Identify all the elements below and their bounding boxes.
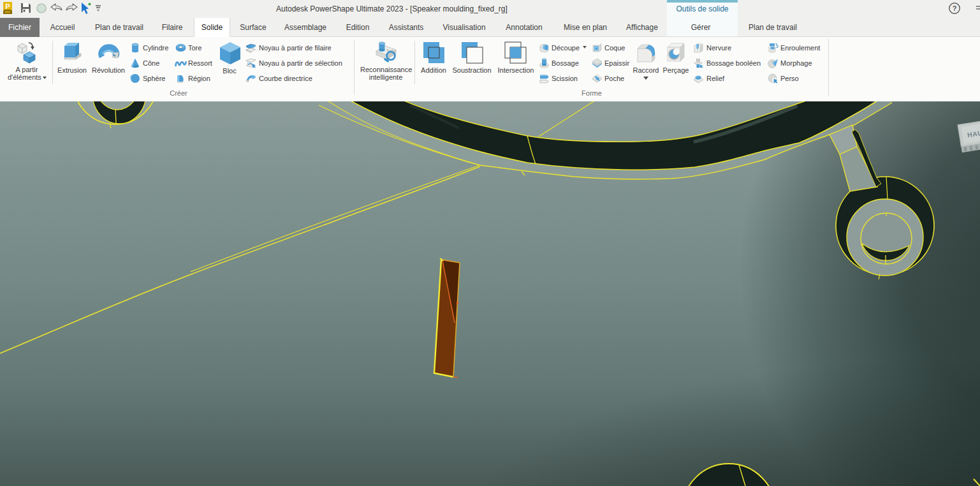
svg-text:P: P <box>5 3 10 10</box>
svg-text:?: ? <box>953 4 957 12</box>
svg-text:2: 2 <box>777 45 779 48</box>
